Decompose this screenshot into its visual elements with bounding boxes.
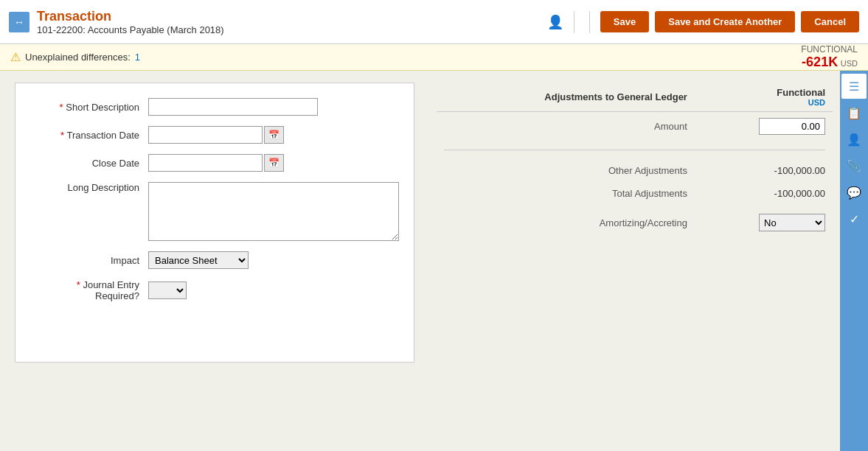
- page-subtitle: 101-22200: Accounts Payable (March 2018): [37, 24, 224, 35]
- impact-label: Impact: [30, 255, 148, 266]
- amort-label: Amortizing/Accreting: [437, 205, 702, 237]
- save-button[interactable]: Save: [600, 11, 649, 32]
- other-adj-value: -100,000.00: [702, 159, 833, 182]
- sidebar-list-icon[interactable]: ☰: [841, 74, 867, 99]
- functional-block: FUNCTIONAL -621K USD: [801, 44, 858, 70]
- divider2: [589, 11, 590, 33]
- short-description-input[interactable]: [148, 98, 318, 116]
- user-icon[interactable]: 👤: [547, 14, 563, 30]
- sidebar-check-icon[interactable]: ✓: [841, 206, 867, 231]
- gl-section-title: Adjustments to General Ledger: [437, 83, 702, 112]
- functional-value: -621K: [802, 55, 838, 69]
- divider: [574, 11, 574, 33]
- gl-table: Adjustments to General Ledger Functional…: [437, 83, 833, 237]
- warning-link[interactable]: 1: [135, 52, 140, 63]
- amount-input[interactable]: [759, 118, 825, 135]
- header-left: ↔ Transaction 101-22200: Accounts Payabl…: [9, 9, 547, 35]
- sidebar-attachment-icon[interactable]: 📎: [841, 153, 867, 178]
- functional-label: FUNCTIONAL: [801, 44, 858, 55]
- sidebar-chat-icon[interactable]: 💬: [841, 180, 867, 205]
- header-actions: 👤 Save Save and Create Another Cancel: [547, 11, 859, 33]
- cancel-button[interactable]: Cancel: [801, 11, 859, 32]
- gl-separator-row: [437, 141, 833, 159]
- long-description-label: Long Description: [30, 182, 148, 193]
- transaction-date-row: * Transaction Date 📅: [30, 126, 399, 144]
- warning-icon: ⚠: [10, 50, 21, 64]
- gl-col-functional: Functional USD: [702, 83, 833, 112]
- short-description-label: * Short Description: [30, 102, 148, 113]
- sidebar-users-icon[interactable]: 👤: [841, 127, 867, 152]
- warning-left: ⚠ Unexplained differences: 1: [10, 50, 140, 64]
- journal-entry-label: * Journal Entry Required?: [30, 279, 148, 301]
- header-title-block: Transaction 101-22200: Accounts Payable …: [37, 9, 224, 35]
- gl-other-adj-row: Other Adjustments -100,000.00: [437, 159, 833, 182]
- long-description-row: Long Description: [30, 182, 399, 241]
- header: ↔ Transaction 101-22200: Accounts Payabl…: [0, 0, 868, 44]
- sidebar-detail-icon[interactable]: 📋: [841, 100, 867, 125]
- gl-amort-row: Amortizing/Accreting No Yes: [437, 205, 833, 237]
- main-content: * Short Description * Transaction Date 📅…: [0, 71, 868, 451]
- amort-cell: No Yes: [702, 205, 833, 237]
- total-adj-label: Total Adjustments: [437, 182, 702, 205]
- form-card: * Short Description * Transaction Date 📅…: [15, 83, 414, 363]
- gl-total-adj-row: Total Adjustments -100,000.00: [437, 182, 833, 205]
- total-adj-value: -100,000.00: [702, 182, 833, 205]
- short-description-row: * Short Description: [30, 98, 399, 116]
- left-panel: * Short Description * Transaction Date 📅…: [0, 71, 429, 451]
- functional-currency: USD: [841, 59, 858, 68]
- nav-icon[interactable]: ↔: [9, 12, 29, 32]
- warning-text: Unexplained differences:: [25, 52, 131, 63]
- warning-bar: ⚠ Unexplained differences: 1 FUNCTIONAL …: [0, 44, 868, 71]
- close-date-picker[interactable]: 📅: [264, 154, 284, 172]
- right-sidebar: ☰ 📋 👤 📎 💬 ✓: [840, 71, 868, 451]
- close-date-input[interactable]: [148, 154, 263, 172]
- close-date-label: Close Date: [30, 158, 148, 169]
- transaction-date-input[interactable]: [148, 126, 263, 144]
- journal-entry-select[interactable]: Yes No: [148, 282, 187, 299]
- right-panel: Adjustments to General Ledger Functional…: [429, 71, 840, 451]
- amount-cell: [702, 112, 833, 141]
- journal-entry-row: * Journal Entry Required? Yes No: [30, 279, 399, 301]
- amort-select[interactable]: No Yes: [759, 214, 825, 231]
- impact-row: Impact Balance Sheet Income Statement Bo…: [30, 251, 399, 269]
- gl-hr: [444, 150, 825, 150]
- other-adj-label: Other Adjustments: [437, 159, 702, 182]
- save-create-button[interactable]: Save and Create Another: [655, 11, 795, 32]
- impact-select[interactable]: Balance Sheet Income Statement Both None: [148, 251, 249, 269]
- transaction-date-picker[interactable]: 📅: [264, 126, 284, 144]
- amount-label: Amount: [437, 112, 702, 141]
- page-title: Transaction: [37, 9, 224, 24]
- gl-amount-row: Amount: [437, 112, 833, 141]
- long-description-input[interactable]: [148, 182, 399, 241]
- transaction-date-label: * Transaction Date: [30, 130, 148, 141]
- close-date-row: Close Date 📅: [30, 154, 399, 172]
